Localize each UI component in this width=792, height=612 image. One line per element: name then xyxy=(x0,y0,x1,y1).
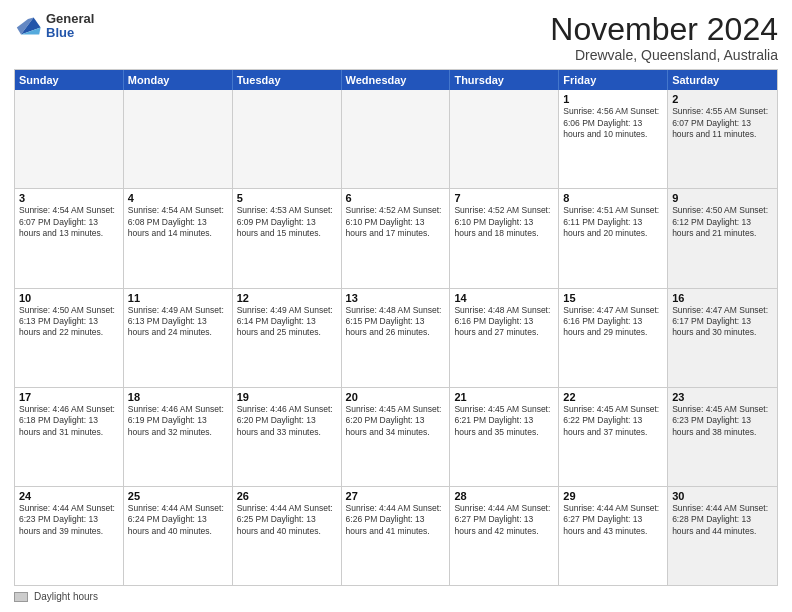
day-info: Sunrise: 4:45 AM Sunset: 6:21 PM Dayligh… xyxy=(454,404,554,438)
calendar-header-day: Monday xyxy=(124,70,233,90)
day-number: 6 xyxy=(346,192,446,204)
day-info: Sunrise: 4:56 AM Sunset: 6:06 PM Dayligh… xyxy=(563,106,663,140)
calendar-cell: 9Sunrise: 4:50 AM Sunset: 6:12 PM Daylig… xyxy=(668,189,777,287)
calendar-cell xyxy=(124,90,233,188)
day-number: 23 xyxy=(672,391,773,403)
calendar-cell: 6Sunrise: 4:52 AM Sunset: 6:10 PM Daylig… xyxy=(342,189,451,287)
day-info: Sunrise: 4:54 AM Sunset: 6:08 PM Dayligh… xyxy=(128,205,228,239)
calendar-cell: 28Sunrise: 4:44 AM Sunset: 6:27 PM Dayli… xyxy=(450,487,559,585)
day-number: 3 xyxy=(19,192,119,204)
day-info: Sunrise: 4:44 AM Sunset: 6:24 PM Dayligh… xyxy=(128,503,228,537)
calendar-header-day: Thursday xyxy=(450,70,559,90)
day-number: 5 xyxy=(237,192,337,204)
calendar-header-day: Tuesday xyxy=(233,70,342,90)
calendar-cell: 26Sunrise: 4:44 AM Sunset: 6:25 PM Dayli… xyxy=(233,487,342,585)
day-info: Sunrise: 4:46 AM Sunset: 6:20 PM Dayligh… xyxy=(237,404,337,438)
day-number: 14 xyxy=(454,292,554,304)
day-info: Sunrise: 4:44 AM Sunset: 6:26 PM Dayligh… xyxy=(346,503,446,537)
logo: General Blue xyxy=(14,12,94,41)
calendar-week-row: 17Sunrise: 4:46 AM Sunset: 6:18 PM Dayli… xyxy=(15,387,777,486)
day-info: Sunrise: 4:46 AM Sunset: 6:18 PM Dayligh… xyxy=(19,404,119,438)
calendar-header-day: Sunday xyxy=(15,70,124,90)
day-info: Sunrise: 4:44 AM Sunset: 6:23 PM Dayligh… xyxy=(19,503,119,537)
day-number: 27 xyxy=(346,490,446,502)
calendar-header-day: Friday xyxy=(559,70,668,90)
day-info: Sunrise: 4:53 AM Sunset: 6:09 PM Dayligh… xyxy=(237,205,337,239)
day-number: 30 xyxy=(672,490,773,502)
calendar-cell: 30Sunrise: 4:44 AM Sunset: 6:28 PM Dayli… xyxy=(668,487,777,585)
calendar-cell: 25Sunrise: 4:44 AM Sunset: 6:24 PM Dayli… xyxy=(124,487,233,585)
page: General Blue November 2024 Drewvale, Que… xyxy=(0,0,792,612)
calendar-cell: 11Sunrise: 4:49 AM Sunset: 6:13 PM Dayli… xyxy=(124,289,233,387)
calendar-cell: 16Sunrise: 4:47 AM Sunset: 6:17 PM Dayli… xyxy=(668,289,777,387)
month-title: November 2024 xyxy=(550,12,778,47)
day-info: Sunrise: 4:52 AM Sunset: 6:10 PM Dayligh… xyxy=(346,205,446,239)
day-number: 1 xyxy=(563,93,663,105)
day-number: 13 xyxy=(346,292,446,304)
calendar-cell: 23Sunrise: 4:45 AM Sunset: 6:23 PM Dayli… xyxy=(668,388,777,486)
day-number: 17 xyxy=(19,391,119,403)
day-number: 10 xyxy=(19,292,119,304)
calendar-cell: 27Sunrise: 4:44 AM Sunset: 6:26 PM Dayli… xyxy=(342,487,451,585)
calendar-cell xyxy=(342,90,451,188)
day-info: Sunrise: 4:47 AM Sunset: 6:16 PM Dayligh… xyxy=(563,305,663,339)
day-number: 8 xyxy=(563,192,663,204)
day-number: 9 xyxy=(672,192,773,204)
calendar-body: 1Sunrise: 4:56 AM Sunset: 6:06 PM Daylig… xyxy=(15,90,777,585)
calendar-cell: 4Sunrise: 4:54 AM Sunset: 6:08 PM Daylig… xyxy=(124,189,233,287)
day-info: Sunrise: 4:45 AM Sunset: 6:23 PM Dayligh… xyxy=(672,404,773,438)
day-info: Sunrise: 4:45 AM Sunset: 6:20 PM Dayligh… xyxy=(346,404,446,438)
calendar-cell: 3Sunrise: 4:54 AM Sunset: 6:07 PM Daylig… xyxy=(15,189,124,287)
calendar-cell: 2Sunrise: 4:55 AM Sunset: 6:07 PM Daylig… xyxy=(668,90,777,188)
day-number: 15 xyxy=(563,292,663,304)
day-number: 12 xyxy=(237,292,337,304)
title-block: November 2024 Drewvale, Queensland, Aust… xyxy=(550,12,778,63)
calendar-header-day: Wednesday xyxy=(342,70,451,90)
calendar-cell: 21Sunrise: 4:45 AM Sunset: 6:21 PM Dayli… xyxy=(450,388,559,486)
day-number: 18 xyxy=(128,391,228,403)
calendar: SundayMondayTuesdayWednesdayThursdayFrid… xyxy=(14,69,778,586)
day-info: Sunrise: 4:48 AM Sunset: 6:16 PM Dayligh… xyxy=(454,305,554,339)
location-title: Drewvale, Queensland, Australia xyxy=(550,47,778,63)
calendar-cell: 19Sunrise: 4:46 AM Sunset: 6:20 PM Dayli… xyxy=(233,388,342,486)
legend-label: Daylight hours xyxy=(34,591,98,602)
day-info: Sunrise: 4:44 AM Sunset: 6:28 PM Dayligh… xyxy=(672,503,773,537)
footer: Daylight hours xyxy=(14,591,778,602)
logo-blue-text: Blue xyxy=(46,26,94,40)
day-info: Sunrise: 4:46 AM Sunset: 6:19 PM Dayligh… xyxy=(128,404,228,438)
day-number: 28 xyxy=(454,490,554,502)
day-info: Sunrise: 4:45 AM Sunset: 6:22 PM Dayligh… xyxy=(563,404,663,438)
calendar-cell: 18Sunrise: 4:46 AM Sunset: 6:19 PM Dayli… xyxy=(124,388,233,486)
day-number: 2 xyxy=(672,93,773,105)
day-number: 26 xyxy=(237,490,337,502)
calendar-cell xyxy=(450,90,559,188)
day-number: 19 xyxy=(237,391,337,403)
day-info: Sunrise: 4:44 AM Sunset: 6:27 PM Dayligh… xyxy=(563,503,663,537)
calendar-cell: 10Sunrise: 4:50 AM Sunset: 6:13 PM Dayli… xyxy=(15,289,124,387)
calendar-cell xyxy=(15,90,124,188)
calendar-cell: 15Sunrise: 4:47 AM Sunset: 6:16 PM Dayli… xyxy=(559,289,668,387)
day-info: Sunrise: 4:49 AM Sunset: 6:14 PM Dayligh… xyxy=(237,305,337,339)
calendar-cell xyxy=(233,90,342,188)
calendar-cell: 5Sunrise: 4:53 AM Sunset: 6:09 PM Daylig… xyxy=(233,189,342,287)
day-info: Sunrise: 4:50 AM Sunset: 6:13 PM Dayligh… xyxy=(19,305,119,339)
calendar-cell: 20Sunrise: 4:45 AM Sunset: 6:20 PM Dayli… xyxy=(342,388,451,486)
calendar-cell: 8Sunrise: 4:51 AM Sunset: 6:11 PM Daylig… xyxy=(559,189,668,287)
day-info: Sunrise: 4:51 AM Sunset: 6:11 PM Dayligh… xyxy=(563,205,663,239)
logo-general-text: General xyxy=(46,12,94,26)
day-number: 22 xyxy=(563,391,663,403)
day-info: Sunrise: 4:55 AM Sunset: 6:07 PM Dayligh… xyxy=(672,106,773,140)
calendar-cell: 12Sunrise: 4:49 AM Sunset: 6:14 PM Dayli… xyxy=(233,289,342,387)
day-info: Sunrise: 4:48 AM Sunset: 6:15 PM Dayligh… xyxy=(346,305,446,339)
day-number: 29 xyxy=(563,490,663,502)
day-number: 7 xyxy=(454,192,554,204)
calendar-week-row: 1Sunrise: 4:56 AM Sunset: 6:06 PM Daylig… xyxy=(15,90,777,188)
day-number: 16 xyxy=(672,292,773,304)
calendar-cell: 24Sunrise: 4:44 AM Sunset: 6:23 PM Dayli… xyxy=(15,487,124,585)
day-info: Sunrise: 4:47 AM Sunset: 6:17 PM Dayligh… xyxy=(672,305,773,339)
calendar-cell: 14Sunrise: 4:48 AM Sunset: 6:16 PM Dayli… xyxy=(450,289,559,387)
logo-icon xyxy=(14,12,42,40)
calendar-week-row: 3Sunrise: 4:54 AM Sunset: 6:07 PM Daylig… xyxy=(15,188,777,287)
calendar-cell: 22Sunrise: 4:45 AM Sunset: 6:22 PM Dayli… xyxy=(559,388,668,486)
header: General Blue November 2024 Drewvale, Que… xyxy=(14,12,778,63)
